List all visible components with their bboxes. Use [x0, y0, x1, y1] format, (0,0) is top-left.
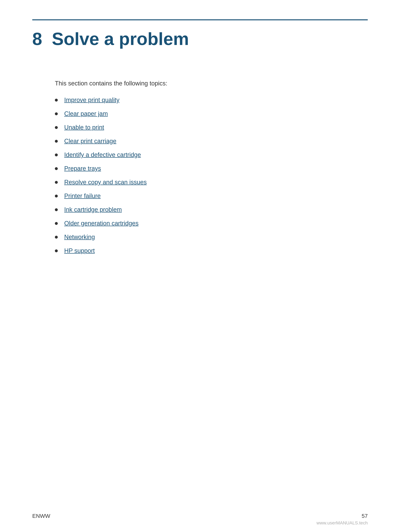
- topic-link-8[interactable]: Ink cartridge problem: [64, 206, 122, 213]
- topic-link-6[interactable]: Resolve copy and scan issues: [64, 179, 147, 186]
- topic-link-9[interactable]: Older generation cartridges: [64, 220, 138, 227]
- chapter-number: 8: [32, 30, 42, 48]
- list-item: Older generation cartridges: [55, 220, 368, 227]
- topic-link-2[interactable]: Unable to print: [64, 124, 104, 131]
- bullet-icon: [55, 222, 58, 225]
- list-item: Clear paper jam: [55, 110, 368, 117]
- bullet-icon: [55, 99, 58, 101]
- bullet-icon: [55, 181, 58, 184]
- footer-right: 57: [361, 513, 368, 519]
- chapter-header: 8 Solve a problem: [32, 30, 368, 48]
- list-item: Unable to print: [55, 124, 368, 131]
- topic-list: Improve print qualityClear paper jamUnab…: [55, 97, 368, 254]
- top-border: [32, 19, 368, 20]
- bullet-icon: [55, 208, 58, 211]
- topic-link-10[interactable]: Networking: [64, 234, 95, 241]
- list-item: Ink cartridge problem: [55, 206, 368, 213]
- topic-link-7[interactable]: Printer failure: [64, 192, 101, 199]
- bullet-icon: [55, 140, 58, 143]
- list-item: Identify a defective cartridge: [55, 151, 368, 158]
- bullet-icon: [55, 153, 58, 156]
- list-item: Prepare trays: [55, 165, 368, 172]
- bullet-icon: [55, 249, 58, 252]
- footer: ENWW 57: [32, 513, 368, 519]
- list-item: HP support: [55, 247, 368, 254]
- list-item: Printer failure: [55, 192, 368, 199]
- bullet-icon: [55, 167, 58, 170]
- page: 8 Solve a problem This section contains …: [0, 0, 400, 532]
- topic-link-1[interactable]: Clear paper jam: [64, 110, 108, 117]
- topic-link-11[interactable]: HP support: [64, 247, 95, 254]
- section-intro: This section contains the following topi…: [55, 80, 368, 87]
- list-item: Resolve copy and scan issues: [55, 179, 368, 186]
- bullet-icon: [55, 236, 58, 239]
- topic-link-0[interactable]: Improve print quality: [64, 97, 119, 103]
- topic-link-5[interactable]: Prepare trays: [64, 165, 101, 172]
- bullet-icon: [55, 126, 58, 129]
- list-item: Clear print carriage: [55, 138, 368, 145]
- topic-link-3[interactable]: Clear print carriage: [64, 138, 116, 145]
- watermark: www.userMANUALS.tech: [316, 520, 368, 526]
- footer-left: ENWW: [32, 513, 50, 519]
- list-item: Networking: [55, 234, 368, 241]
- list-item: Improve print quality: [55, 97, 368, 103]
- chapter-title: Solve a problem: [52, 30, 189, 48]
- topic-link-4[interactable]: Identify a defective cartridge: [64, 151, 141, 158]
- bullet-icon: [55, 195, 58, 197]
- bullet-icon: [55, 112, 58, 115]
